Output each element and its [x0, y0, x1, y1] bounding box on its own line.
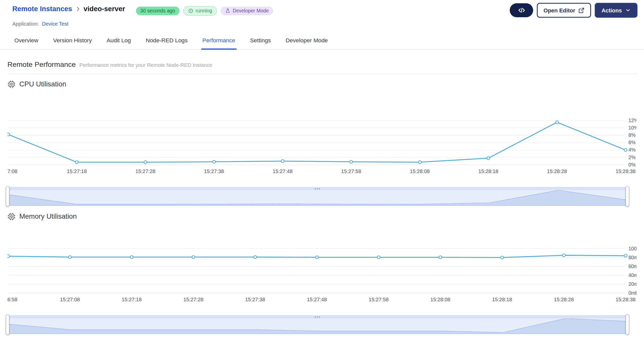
svg-text:60mb: 60mb — [629, 264, 637, 269]
cpu-zoom-handle-left[interactable] — [6, 186, 10, 207]
cpu-section-header: CPU Utilisation — [7, 80, 637, 88]
last-updated-badge: 30 seconds ago — [136, 7, 180, 15]
divider — [7, 73, 637, 74]
svg-text:15:28:28: 15:28:28 — [547, 168, 567, 174]
memory-section-title: Memory Utilisation — [19, 213, 77, 221]
memory-line-chart[interactable]: 0mb20mb40mb60mb80mb100mb6:5815:27:0815:2… — [7, 245, 637, 305]
cpu-section: CPU Utilisation 0%2%4%6%8%10%12%7:0815:2… — [7, 80, 637, 206]
memory-section-header: Memory Utilisation — [7, 213, 637, 221]
svg-text:40mb: 40mb — [629, 272, 637, 278]
svg-text:15:27:38: 15:27:38 — [245, 297, 265, 302]
tab-overview[interactable]: Overview — [13, 33, 40, 50]
actions-label: Actions — [601, 7, 622, 13]
drag-grip-icon[interactable] — [315, 316, 320, 318]
svg-text:6%: 6% — [629, 140, 636, 145]
svg-text:8%: 8% — [629, 132, 636, 138]
svg-text:4%: 4% — [629, 147, 636, 153]
svg-text:15:28:28: 15:28:28 — [554, 297, 574, 302]
tab-developer-mode[interactable]: Developer Mode — [284, 33, 329, 50]
tab-performance[interactable]: Performance — [201, 33, 237, 50]
tab-settings[interactable]: Settings — [249, 33, 272, 50]
cpu-line-chart[interactable]: 0%2%4%6%8%10%12%7:0815:27:1815:27:2815:2… — [7, 116, 637, 176]
page-subtitle: Performance metrics for your Remote Node… — [80, 63, 212, 68]
svg-text:15:27:58: 15:27:58 — [341, 168, 361, 174]
top-bar: Remote Instances video-server 30 seconds… — [0, 0, 644, 18]
memory-zoom-handle-right[interactable] — [626, 314, 629, 335]
memory-section: Memory Utilisation 0mb20mb40mb60mb80mb10… — [7, 213, 637, 334]
developer-mode-label: Developer Mode — [233, 8, 269, 13]
page-title: Remote Performance — [7, 60, 76, 69]
svg-text:15:27:28: 15:27:28 — [135, 168, 155, 174]
performance-panel: Remote Performance Performance metrics f… — [0, 60, 644, 338]
code-icon — [517, 6, 526, 15]
svg-text:15:27:48: 15:27:48 — [307, 297, 327, 302]
svg-text:20mb: 20mb — [629, 281, 637, 287]
chevron-down-icon — [625, 7, 631, 13]
svg-text:15:27:08: 15:27:08 — [60, 297, 80, 302]
svg-text:12%: 12% — [629, 118, 637, 123]
svg-text:2%: 2% — [629, 155, 636, 160]
svg-text:15:27:28: 15:27:28 — [183, 297, 203, 302]
svg-text:10%: 10% — [629, 125, 637, 130]
svg-text:80mb: 80mb — [629, 255, 637, 260]
tab-audit-log[interactable]: Audit Log — [105, 33, 132, 50]
tab-node-red-logs[interactable]: Node-RED Logs — [144, 33, 189, 50]
application-label: Application: — [12, 21, 39, 27]
chevron-right-icon — [75, 6, 81, 12]
breadcrumb: Remote Instances video-server — [12, 3, 125, 13]
breadcrumb-remote-instances-link[interactable]: Remote Instances — [12, 5, 72, 13]
memory-chip-icon — [7, 213, 15, 221]
tab-version-history[interactable]: Version History — [52, 33, 93, 50]
page-head: Remote Performance Performance metrics f… — [7, 60, 637, 69]
svg-text:15:28:18: 15:28:18 — [492, 297, 512, 302]
svg-text:0mb: 0mb — [629, 290, 637, 296]
cpu-datazoom-slider[interactable] — [7, 187, 628, 206]
app-root: Remote Instances video-server 30 seconds… — [0, 0, 644, 338]
svg-text:100mb: 100mb — [629, 246, 637, 251]
svg-text:7:08: 7:08 — [7, 168, 17, 174]
tab-bar: OverviewVersion HistoryAudit LogNode-RED… — [0, 33, 644, 50]
svg-text:15:28:38: 15:28:38 — [616, 168, 636, 174]
svg-text:15:28:08: 15:28:08 — [410, 168, 430, 174]
svg-text:15:27:18: 15:27:18 — [122, 297, 142, 302]
svg-text:15:27:48: 15:27:48 — [272, 168, 292, 174]
flask-icon — [225, 8, 230, 14]
external-link-icon — [578, 7, 584, 13]
developer-mode-toggle[interactable] — [510, 3, 533, 17]
svg-text:0%: 0% — [629, 162, 636, 167]
instance-name: video-server — [84, 5, 125, 13]
application-link[interactable]: Device Test — [42, 21, 68, 27]
running-status-label: running — [196, 8, 212, 13]
actions-button[interactable]: Actions — [595, 3, 637, 17]
open-editor-label: Open Editor — [543, 7, 575, 13]
svg-text:15:28:18: 15:28:18 — [478, 168, 498, 174]
instance-header: Remote Instances video-server 30 seconds… — [0, 0, 644, 50]
drag-grip-icon[interactable] — [315, 188, 320, 190]
svg-text:15:28:38: 15:28:38 — [616, 297, 636, 302]
status-badges: 30 seconds ago running Developer Mode — [136, 3, 273, 16]
memory-zoom-handle-left[interactable] — [6, 314, 10, 335]
header-controls: Open Editor Actions — [510, 3, 637, 18]
application-row: Application: Device Test — [0, 18, 644, 27]
svg-text:15:27:58: 15:27:58 — [369, 297, 389, 302]
open-editor-button[interactable]: Open Editor — [537, 3, 591, 17]
running-status-badge: running — [183, 6, 217, 16]
svg-text:6:58: 6:58 — [7, 297, 17, 302]
memory-datazoom-slider[interactable] — [7, 315, 628, 334]
svg-text:15:27:18: 15:27:18 — [67, 168, 87, 174]
svg-text:15:28:08: 15:28:08 — [430, 297, 450, 302]
cpu-zoom-handle-right[interactable] — [626, 186, 629, 207]
developer-mode-badge: Developer Mode — [221, 7, 274, 15]
play-circle-icon — [188, 8, 193, 14]
cpu-chip-icon — [7, 80, 15, 88]
cpu-section-title: CPU Utilisation — [19, 80, 66, 88]
svg-text:15:27:38: 15:27:38 — [204, 168, 224, 174]
